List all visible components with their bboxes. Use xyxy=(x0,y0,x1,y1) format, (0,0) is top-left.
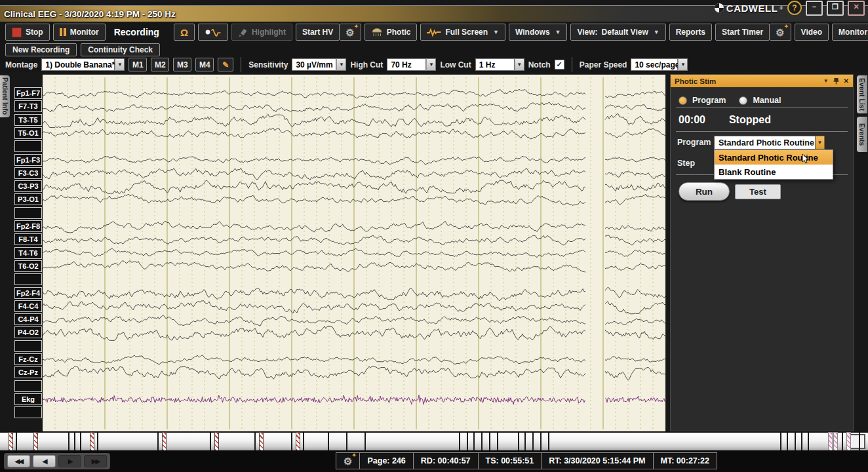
timeline-marked-event-tick[interactable] xyxy=(834,433,837,450)
timeline-event-tick[interactable] xyxy=(74,433,75,450)
manual-radio[interactable] xyxy=(739,96,747,105)
timeline-event-tick[interactable] xyxy=(780,433,781,450)
test-button[interactable]: Test xyxy=(735,184,781,199)
timeline-event-tick[interactable] xyxy=(68,433,69,450)
montage-m3-button[interactable]: M3 xyxy=(173,58,191,71)
channel-label-ekg[interactable]: Ekg xyxy=(14,393,42,405)
timeline-event-tick[interactable] xyxy=(859,433,860,450)
photic-button[interactable]: Photic xyxy=(365,24,418,41)
stop-button[interactable]: Stop xyxy=(5,24,50,41)
timeline-end-button[interactable] xyxy=(850,434,865,449)
timeline-marked-event-tick[interactable] xyxy=(34,433,37,450)
help-button[interactable]: ? xyxy=(787,1,802,15)
timeline-event-tick[interactable] xyxy=(795,433,796,450)
channel-label-f8-t4[interactable]: F8-T4 xyxy=(14,233,42,245)
channel-label-t3-t5[interactable]: T3-T5 xyxy=(14,114,42,126)
last-page-button[interactable]: ▶▶ xyxy=(84,455,107,467)
timeline-event-tick[interactable] xyxy=(808,433,809,450)
video-button[interactable]: Video xyxy=(795,24,829,41)
timeline-marked-event-tick[interactable] xyxy=(9,433,12,450)
high-cut-select[interactable]: 70 Hz ▼ xyxy=(387,58,436,71)
timeline-marked-event-tick[interactable] xyxy=(163,433,166,450)
timeline-event-tick[interactable] xyxy=(518,433,519,450)
timeline-event-tick[interactable] xyxy=(365,433,366,450)
timeline-event-tick[interactable] xyxy=(489,433,490,450)
low-cut-select[interactable]: 1 Hz ▼ xyxy=(475,58,524,71)
timeline-event-tick[interactable] xyxy=(97,433,98,450)
timeline-event-tick[interactable] xyxy=(497,433,498,450)
timeline-event-tick[interactable] xyxy=(291,433,292,450)
montage-edit-button[interactable]: ✎ xyxy=(218,58,233,71)
timeline-event-tick[interactable] xyxy=(303,433,304,450)
close-button[interactable]: ✕ xyxy=(848,1,865,16)
channel-label-f7-t3[interactable]: F7-T3 xyxy=(14,100,42,112)
monitor-button[interactable]: Monitor xyxy=(53,24,106,41)
channel-label-fz-cz[interactable]: Fz-Cz xyxy=(14,353,42,365)
timeline-event-tick[interactable] xyxy=(346,433,347,450)
channel-label-cz-pz[interactable]: Cz-Pz xyxy=(14,366,42,378)
channel-label-t4-t6[interactable]: T4-T6 xyxy=(14,247,42,259)
montage-m1-button[interactable]: M1 xyxy=(128,58,147,71)
events-tab[interactable]: Events xyxy=(857,117,867,152)
next-page-button[interactable]: ▶ xyxy=(58,455,81,467)
monitor-calibration-selector[interactable]: Monitor: Uncalibrated ▼ xyxy=(832,24,868,41)
highlight-button[interactable]: Highlight xyxy=(231,24,292,41)
event-timeline-strip[interactable] xyxy=(0,431,868,450)
first-page-button[interactable]: ◀◀ xyxy=(7,455,30,467)
montage-m2-button[interactable]: M2 xyxy=(151,58,169,71)
channel-label-c4-p4[interactable]: C4-P4 xyxy=(14,313,42,325)
panel-menu-icon[interactable]: ▼ xyxy=(823,78,829,84)
view-selector[interactable]: View: Default View ▼ xyxy=(570,24,665,41)
full-screen-button[interactable]: Full Screen ▼ xyxy=(420,24,505,41)
channel-label-blank[interactable] xyxy=(14,273,42,285)
channel-label-fp2-f4[interactable]: Fp2-F4 xyxy=(14,287,42,299)
pin-icon[interactable] xyxy=(833,77,839,85)
timeline-marked-event-tick[interactable] xyxy=(829,433,832,450)
timeline-event-tick[interactable] xyxy=(473,433,475,450)
channel-label-fp2-f8[interactable]: Fp2-F8 xyxy=(14,220,42,232)
photic-program-select[interactable]: Standard Photic Routine ▼ xyxy=(714,136,825,149)
timeline-event-tick[interactable] xyxy=(548,433,549,450)
timeline-event-tick[interactable] xyxy=(210,433,211,450)
eeg-plot-area[interactable] xyxy=(43,74,665,432)
timeline-marked-event-tick[interactable] xyxy=(847,433,850,450)
channel-label-blank[interactable] xyxy=(14,207,42,219)
status-settings-button[interactable]: ⚙✦ xyxy=(336,452,360,469)
event-marker-button[interactable] xyxy=(198,24,228,41)
timeline-event-tick[interactable] xyxy=(540,433,542,450)
montage-m4-button[interactable]: M4 xyxy=(195,58,214,71)
hv-settings-button[interactable]: ⚙✦ xyxy=(340,24,361,41)
channel-label-f4-c4[interactable]: F4-C4 xyxy=(14,300,42,312)
channel-label-blank[interactable] xyxy=(14,406,42,418)
impedance-button[interactable]: Ω xyxy=(174,24,195,41)
previous-page-button[interactable]: ◀ xyxy=(33,455,56,467)
timeline-event-tick[interactable] xyxy=(157,433,159,450)
timeline-event-tick[interactable] xyxy=(481,433,483,450)
event-list-tab[interactable]: Event List xyxy=(857,75,867,113)
timeline-event-tick[interactable] xyxy=(254,433,256,450)
channel-label-blank[interactable] xyxy=(14,380,42,392)
timeline-event-tick[interactable] xyxy=(328,433,329,450)
dropdown-item-blank-routine[interactable]: Blank Routine xyxy=(715,165,833,179)
channel-label-fp1-f3[interactable]: Fp1-F3 xyxy=(14,154,42,166)
notch-checkbox[interactable]: ✓ xyxy=(555,60,564,69)
timeline-event-tick[interactable] xyxy=(16,433,17,450)
timeline-marked-event-tick[interactable] xyxy=(296,433,300,450)
channel-label-p3-o1[interactable]: P3-O1 xyxy=(14,193,42,205)
patient-info-tab[interactable]: Patient Info xyxy=(0,75,10,117)
timeline-event-tick[interactable] xyxy=(787,433,788,450)
start-hv-button[interactable]: Start HV xyxy=(296,24,340,41)
channel-label-fp1-f7[interactable]: Fp1-F7 xyxy=(14,87,42,99)
timeline-marked-event-tick[interactable] xyxy=(215,433,218,450)
windows-button[interactable]: Windows ▼ xyxy=(509,24,567,41)
channel-label-blank[interactable] xyxy=(14,340,42,352)
dropdown-item-standard-photic-routine[interactable]: Standard Photic Routine xyxy=(715,150,833,165)
channel-label-c3-p3[interactable]: C3-P3 xyxy=(14,180,42,192)
run-button[interactable]: Run xyxy=(679,182,730,201)
timeline-event-tick[interactable] xyxy=(459,433,460,450)
channel-label-p4-o2[interactable]: P4-O2 xyxy=(14,326,42,338)
timeline-marked-event-tick[interactable] xyxy=(90,433,94,450)
reports-button[interactable]: Reports xyxy=(669,24,712,41)
timeline-event-tick[interactable] xyxy=(524,433,526,450)
timeline-event-tick[interactable] xyxy=(467,433,468,450)
